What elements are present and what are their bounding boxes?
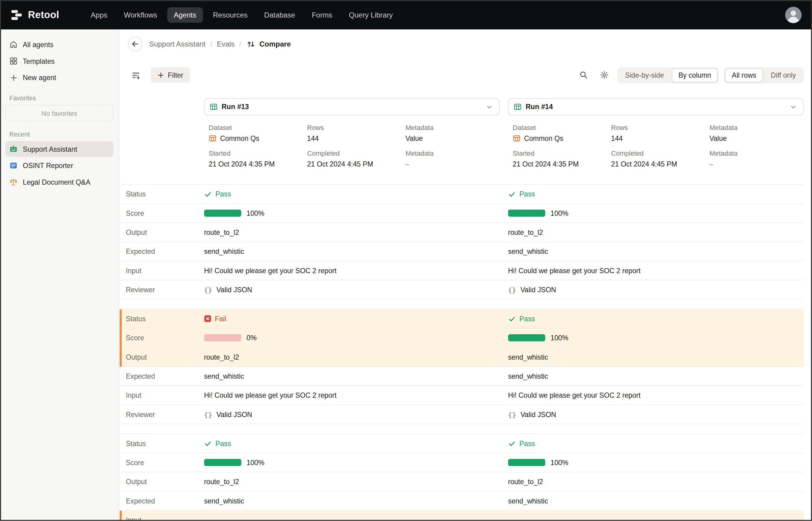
table-row-output[interactable]: Outputroute_to_l2route_to_l2 <box>120 223 804 242</box>
search-button[interactable] <box>576 67 592 83</box>
back-button[interactable] <box>128 37 143 51</box>
table-row-status[interactable]: StatusPassPass <box>120 434 804 453</box>
toggle-all-rows[interactable]: All rows <box>725 68 763 82</box>
table-row-expected[interactable]: Expectedsend_whisticsend_whistic <box>120 367 804 386</box>
cell-run-b: send_whistic <box>508 372 804 380</box>
run-b-select[interactable]: Run #14 <box>508 98 804 115</box>
row-label: Output <box>120 353 204 361</box>
breadcrumb-item-agent[interactable]: Support Assistant <box>149 40 206 48</box>
run-metadata: Dataset Common Qs Rows 144 Metadata Valu… <box>120 115 812 168</box>
nav-item-apps[interactable]: Apps <box>84 7 114 22</box>
sidebar-item-legal-document-qa[interactable]: Legal Document Q&A <box>5 174 113 190</box>
cell-run-b: send_whistic <box>508 353 804 361</box>
sidebar-item-label: OSINT Reporter <box>23 162 73 169</box>
row-filter-toggle: All rows Diff only <box>724 67 804 83</box>
row-label: Input <box>120 516 204 521</box>
sidebar-item-templates[interactable]: Templates <box>5 53 113 69</box>
rows-value: 144 <box>611 135 709 142</box>
settings-button[interactable] <box>597 67 612 83</box>
sidebar: All agents Templates New agent Favorites… <box>0 30 119 521</box>
row-label: Expected <box>120 497 204 505</box>
nav-item-query-library[interactable]: Query Library <box>342 7 400 22</box>
rows-value: 144 <box>307 135 405 142</box>
breadcrumb-separator: / <box>239 40 241 48</box>
sidebar-item-new-agent[interactable]: New agent <box>5 70 113 85</box>
cell-run-b: 100% <box>508 458 804 466</box>
user-avatar[interactable] <box>785 6 802 23</box>
table-row-input[interactable]: Input <box>120 511 804 521</box>
sidebar-item-label: Legal Document Q&A <box>23 178 90 186</box>
cell-run-a: route_to_l2 <box>204 478 508 485</box>
score-percent: 100% <box>247 209 264 217</box>
table-row-status[interactable]: StatusFailPass <box>120 310 804 329</box>
sidebar-item-support-assistant[interactable]: Support Assistant <box>5 141 113 157</box>
cell-run-a: Hi! Could we please get your SOC 2 repor… <box>204 391 508 399</box>
report-icon <box>9 161 18 169</box>
started-value: 21 Oct 2024 4:35 PM <box>513 160 611 168</box>
nav-item-forms[interactable]: Forms <box>305 7 339 22</box>
nav-item-workflows[interactable]: Workflows <box>117 7 164 22</box>
run-selectors: Run #13 Run #14 <box>120 98 812 115</box>
metadata2-value: – <box>709 160 804 168</box>
nav-items: AppsWorkflowsAgentsResourcesDatabaseForm… <box>84 7 400 22</box>
sort-button[interactable] <box>128 67 143 83</box>
table-row-output[interactable]: Outputroute_to_l2route_to_l2 <box>120 472 804 491</box>
meta-started: Started 21 Oct 2024 4:35 PM <box>209 150 307 168</box>
nav-item-agents[interactable]: Agents <box>167 7 203 22</box>
score-percent: 100% <box>551 209 569 217</box>
table-row-output[interactable]: Outputroute_to_l2send_whistic <box>120 347 804 367</box>
table-row-input[interactable]: InputHi! Could we please get your SOC 2 … <box>120 386 804 405</box>
table-row-reviewer[interactable]: Reviewer{}Valid JSON{}Valid JSON <box>120 280 804 299</box>
table-row-input[interactable]: InputHi! Could we please get your SOC 2 … <box>120 261 804 280</box>
no-favorites-box: No favorites <box>5 105 113 121</box>
metadata2-value: – <box>405 160 500 168</box>
cell-run-a: {}Valid JSON <box>204 286 508 294</box>
check-icon <box>204 190 212 198</box>
row-label: Reviewer <box>120 286 204 294</box>
cell-run-a: Pass <box>204 190 508 198</box>
meta-completed: Completed 21 Oct 2024 4:45 PM <box>611 150 709 168</box>
table-row-status[interactable]: StatusPassPass <box>120 185 804 204</box>
cell-run-b: Hi! Could we please get your SOC 2 repor… <box>508 391 804 399</box>
sidebar-item-label: Templates <box>23 57 55 65</box>
toggle-diff-only[interactable]: Diff only <box>764 68 803 82</box>
nav-item-database[interactable]: Database <box>257 7 302 22</box>
row-label: Score <box>120 209 204 217</box>
table-row-score[interactable]: Score100%100% <box>120 204 804 223</box>
run-a-select[interactable]: Run #13 <box>204 98 499 115</box>
run-a-meta: Dataset Common Qs Rows 144 Metadata Valu… <box>204 123 499 168</box>
home-icon <box>9 41 18 49</box>
scales-icon <box>9 178 18 186</box>
table-row-score[interactable]: Score0%100% <box>120 329 804 347</box>
top-navbar: Retool AppsWorkflowsAgentsResourcesDatab… <box>0 0 812 30</box>
breadcrumb: Support Assistant / Evals / Compare <box>128 37 804 51</box>
meta-metadata2: Metadata – <box>709 150 804 168</box>
sidebar-item-osint-reporter[interactable]: OSINT Reporter <box>5 158 113 173</box>
recent-label: Recent <box>9 131 109 138</box>
table-row-expected[interactable]: Expectedsend_whisticsend_whistic <box>120 491 804 511</box>
score-bar <box>508 459 545 466</box>
cell-run-b: Pass <box>508 439 804 447</box>
reviewer-text: Valid JSON <box>217 286 252 294</box>
filter-button[interactable]: Filter <box>151 67 190 83</box>
toggle-by-column[interactable]: By column <box>671 68 718 82</box>
table-row-expected[interactable]: Expectedsend_whisticsend_whistic <box>120 242 804 261</box>
metadata-value: Value <box>709 135 804 142</box>
table-row-reviewer[interactable]: Reviewer{}Valid JSON{}Valid JSON <box>120 405 804 424</box>
table-row-score[interactable]: Score100%100% <box>120 453 804 472</box>
cell-run-a: route_to_l2 <box>204 353 508 361</box>
sidebar-item-all-agents[interactable]: All agents <box>5 37 113 52</box>
retool-logo[interactable]: Retool <box>10 8 59 21</box>
compare-table: StatusPassPassScore100%100%Outputroute_t… <box>120 184 804 521</box>
json-braces-icon: {} <box>508 286 516 294</box>
row-label: Reviewer <box>120 410 204 418</box>
toggle-side-by-side[interactable]: Side-by-side <box>618 68 671 82</box>
grid-icon <box>9 57 18 65</box>
meta-label: Metadata <box>405 123 500 132</box>
sidebar-item-label: Support Assistant <box>23 145 77 153</box>
nav-item-resources[interactable]: Resources <box>206 7 254 22</box>
dataset-value: Common Qs <box>524 135 563 142</box>
breadcrumb-item-evals[interactable]: Evals <box>217 40 235 48</box>
row-label: Output <box>120 228 204 236</box>
retool-logo-icon <box>10 8 23 21</box>
